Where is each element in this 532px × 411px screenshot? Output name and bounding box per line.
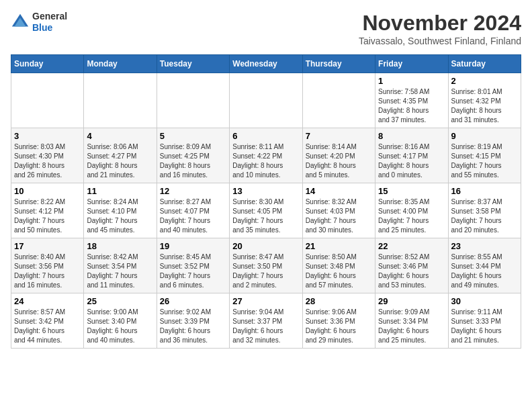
- day-info: Sunrise: 8:30 AM Sunset: 4:05 PM Dayligh…: [232, 197, 299, 235]
- calendar-week-2: 3Sunrise: 8:03 AM Sunset: 4:30 PM Daylig…: [11, 128, 521, 183]
- calendar-cell: 22Sunrise: 8:52 AM Sunset: 3:46 PM Dayli…: [375, 238, 448, 293]
- day-info: Sunrise: 9:02 AM Sunset: 3:39 PM Dayligh…: [160, 308, 226, 345]
- calendar-cell: 21Sunrise: 8:50 AM Sunset: 3:48 PM Dayli…: [302, 238, 375, 293]
- title-section: November 2024 Taivassalo, Southwest Finl…: [359, 11, 521, 46]
- day-number: 28: [306, 296, 372, 306]
- calendar-cell: 24Sunrise: 8:57 AM Sunset: 3:42 PM Dayli…: [11, 293, 84, 349]
- logo-text: General Blue: [32, 11, 67, 34]
- day-number: 19: [160, 241, 226, 251]
- header-cell-friday: Friday: [375, 55, 448, 73]
- day-number: 16: [451, 186, 518, 196]
- day-info: Sunrise: 8:09 AM Sunset: 4:25 PM Dayligh…: [160, 142, 226, 180]
- day-number: 30: [451, 296, 518, 306]
- day-info: Sunrise: 8:19 AM Sunset: 4:15 PM Dayligh…: [451, 142, 518, 180]
- calendar-cell: 27Sunrise: 9:04 AM Sunset: 3:37 PM Dayli…: [230, 293, 302, 349]
- calendar-cell: 8Sunrise: 8:16 AM Sunset: 4:17 PM Daylig…: [375, 128, 448, 183]
- day-number: 23: [451, 241, 518, 251]
- day-number: 10: [14, 186, 81, 196]
- day-info: Sunrise: 8:11 AM Sunset: 4:22 PM Dayligh…: [232, 142, 299, 180]
- day-info: Sunrise: 8:32 AM Sunset: 4:03 PM Dayligh…: [306, 197, 372, 235]
- day-info: Sunrise: 9:00 AM Sunset: 3:40 PM Dayligh…: [87, 308, 153, 345]
- calendar-week-4: 17Sunrise: 8:40 AM Sunset: 3:56 PM Dayli…: [11, 238, 521, 293]
- month-title: November 2024: [359, 11, 521, 36]
- header-row: SundayMondayTuesdayWednesdayThursdayFrid…: [11, 55, 521, 73]
- day-number: 24: [14, 296, 81, 306]
- day-info: Sunrise: 8:45 AM Sunset: 3:52 PM Dayligh…: [160, 253, 226, 290]
- day-info: Sunrise: 8:27 AM Sunset: 4:07 PM Dayligh…: [160, 197, 226, 235]
- calendar-cell: [302, 73, 375, 128]
- calendar-header: SundayMondayTuesdayWednesdayThursdayFrid…: [11, 55, 521, 73]
- day-info: Sunrise: 8:06 AM Sunset: 4:27 PM Dayligh…: [87, 142, 153, 180]
- header-cell-wednesday: Wednesday: [230, 55, 302, 73]
- day-number: 15: [378, 186, 445, 196]
- day-number: 3: [14, 131, 81, 141]
- day-number: 1: [378, 76, 445, 86]
- calendar-cell: 20Sunrise: 8:47 AM Sunset: 3:50 PM Dayli…: [230, 238, 302, 293]
- day-info: Sunrise: 9:04 AM Sunset: 3:37 PM Dayligh…: [232, 308, 299, 345]
- calendar-cell: 9Sunrise: 8:19 AM Sunset: 4:15 PM Daylig…: [448, 128, 521, 183]
- calendar-cell: 2Sunrise: 8:01 AM Sunset: 4:32 PM Daylig…: [448, 73, 521, 128]
- calendar-cell: 4Sunrise: 8:06 AM Sunset: 4:27 PM Daylig…: [84, 128, 157, 183]
- calendar-cell: [84, 73, 157, 128]
- day-number: 18: [87, 241, 153, 251]
- day-number: 21: [306, 241, 372, 251]
- day-number: 26: [160, 296, 226, 306]
- calendar-cell: 14Sunrise: 8:32 AM Sunset: 4:03 PM Dayli…: [302, 183, 375, 238]
- day-number: 6: [232, 131, 299, 141]
- calendar-cell: 1Sunrise: 7:58 AM Sunset: 4:35 PM Daylig…: [375, 73, 448, 128]
- calendar-week-5: 24Sunrise: 8:57 AM Sunset: 3:42 PM Dayli…: [11, 293, 521, 349]
- day-info: Sunrise: 9:09 AM Sunset: 3:34 PM Dayligh…: [378, 308, 445, 345]
- day-number: 29: [378, 296, 445, 306]
- day-number: 11: [87, 186, 153, 196]
- calendar-cell: 28Sunrise: 9:06 AM Sunset: 3:36 PM Dayli…: [302, 293, 375, 349]
- day-info: Sunrise: 8:16 AM Sunset: 4:17 PM Dayligh…: [378, 142, 445, 180]
- calendar-week-3: 10Sunrise: 8:22 AM Sunset: 4:12 PM Dayli…: [11, 183, 521, 238]
- logo-icon: [11, 13, 30, 32]
- day-number: 5: [160, 131, 226, 141]
- day-number: 8: [378, 131, 445, 141]
- day-info: Sunrise: 8:42 AM Sunset: 3:54 PM Dayligh…: [87, 253, 153, 290]
- day-number: 14: [306, 186, 372, 196]
- calendar-cell: 26Sunrise: 9:02 AM Sunset: 3:39 PM Dayli…: [157, 293, 229, 349]
- page-header: General Blue November 2024 Taivassalo, S…: [11, 11, 521, 46]
- calendar-cell: 25Sunrise: 9:00 AM Sunset: 3:40 PM Dayli…: [84, 293, 157, 349]
- calendar-cell: 6Sunrise: 8:11 AM Sunset: 4:22 PM Daylig…: [230, 128, 302, 183]
- calendar-cell: 12Sunrise: 8:27 AM Sunset: 4:07 PM Dayli…: [157, 183, 229, 238]
- day-number: 9: [451, 131, 518, 141]
- day-info: Sunrise: 7:58 AM Sunset: 4:35 PM Dayligh…: [378, 87, 445, 125]
- calendar-cell: 29Sunrise: 9:09 AM Sunset: 3:34 PM Dayli…: [375, 293, 448, 349]
- day-info: Sunrise: 8:52 AM Sunset: 3:46 PM Dayligh…: [378, 253, 445, 290]
- day-number: 4: [87, 131, 153, 141]
- calendar-cell: 5Sunrise: 8:09 AM Sunset: 4:25 PM Daylig…: [157, 128, 229, 183]
- day-info: Sunrise: 8:40 AM Sunset: 3:56 PM Dayligh…: [14, 253, 81, 290]
- day-info: Sunrise: 9:06 AM Sunset: 3:36 PM Dayligh…: [306, 308, 372, 345]
- calendar-cell: [230, 73, 302, 128]
- header-cell-thursday: Thursday: [302, 55, 375, 73]
- header-cell-tuesday: Tuesday: [157, 55, 229, 73]
- calendar-table: SundayMondayTuesdayWednesdayThursdayFrid…: [11, 54, 521, 349]
- calendar-cell: 23Sunrise: 8:55 AM Sunset: 3:44 PM Dayli…: [448, 238, 521, 293]
- calendar-cell: 30Sunrise: 9:11 AM Sunset: 3:33 PM Dayli…: [448, 293, 521, 349]
- day-number: 12: [160, 186, 226, 196]
- day-info: Sunrise: 8:57 AM Sunset: 3:42 PM Dayligh…: [14, 308, 81, 345]
- calendar-cell: 13Sunrise: 8:30 AM Sunset: 4:05 PM Dayli…: [230, 183, 302, 238]
- calendar-cell: 15Sunrise: 8:35 AM Sunset: 4:00 PM Dayli…: [375, 183, 448, 238]
- day-info: Sunrise: 8:37 AM Sunset: 3:58 PM Dayligh…: [451, 197, 518, 235]
- day-number: 20: [232, 241, 299, 251]
- calendar-week-1: 1Sunrise: 7:58 AM Sunset: 4:35 PM Daylig…: [11, 73, 521, 128]
- calendar-cell: 19Sunrise: 8:45 AM Sunset: 3:52 PM Dayli…: [157, 238, 229, 293]
- calendar-cell: 7Sunrise: 8:14 AM Sunset: 4:20 PM Daylig…: [302, 128, 375, 183]
- calendar-cell: 18Sunrise: 8:42 AM Sunset: 3:54 PM Dayli…: [84, 238, 157, 293]
- day-number: 13: [232, 186, 299, 196]
- day-number: 7: [306, 131, 372, 141]
- day-info: Sunrise: 9:11 AM Sunset: 3:33 PM Dayligh…: [451, 308, 518, 345]
- calendar-cell: 11Sunrise: 8:24 AM Sunset: 4:10 PM Dayli…: [84, 183, 157, 238]
- day-info: Sunrise: 8:55 AM Sunset: 3:44 PM Dayligh…: [451, 253, 518, 290]
- header-cell-sunday: Sunday: [11, 55, 84, 73]
- header-cell-monday: Monday: [84, 55, 157, 73]
- calendar-body: 1Sunrise: 7:58 AM Sunset: 4:35 PM Daylig…: [11, 73, 521, 349]
- calendar-cell: 10Sunrise: 8:22 AM Sunset: 4:12 PM Dayli…: [11, 183, 84, 238]
- day-info: Sunrise: 8:14 AM Sunset: 4:20 PM Dayligh…: [306, 142, 372, 180]
- day-info: Sunrise: 8:50 AM Sunset: 3:48 PM Dayligh…: [306, 253, 372, 290]
- day-number: 2: [451, 76, 518, 86]
